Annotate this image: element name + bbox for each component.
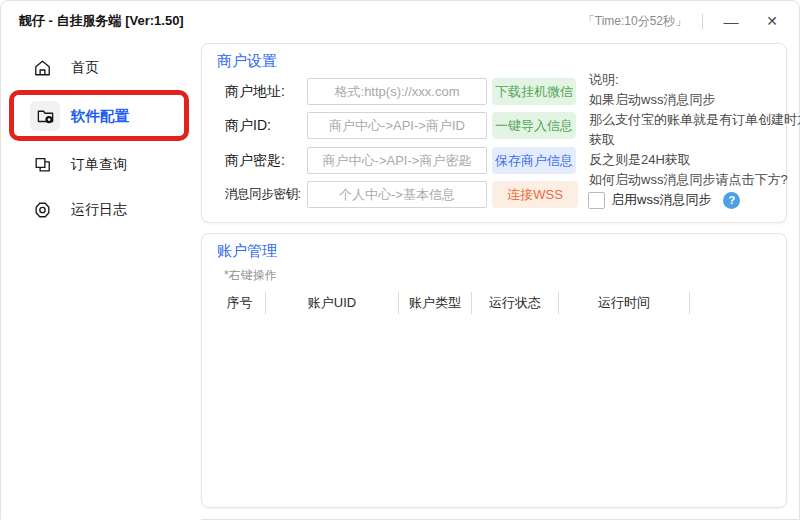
column-header-account-uid: 账户UID bbox=[266, 292, 399, 314]
right-click-hint: *右键操作 bbox=[224, 267, 277, 284]
column-header-run-time: 运行时间 bbox=[559, 292, 690, 314]
note-line: 说明: bbox=[589, 70, 785, 90]
note-line: 那么支付宝的账单就是有订单创建时才 bbox=[589, 110, 785, 130]
sidebar-item-label: 运行日志 bbox=[71, 201, 127, 219]
column-header-run-status: 运行状态 bbox=[472, 292, 559, 314]
download-hangup-wechat-button[interactable]: 下载挂机微信 bbox=[492, 78, 576, 105]
sidebar-item-label: 首页 bbox=[71, 59, 99, 77]
merchant-id-input[interactable] bbox=[307, 112, 487, 139]
close-button[interactable]: ✕ bbox=[759, 8, 785, 34]
app-window: 靓仔 - 自挂服务端 [Ver:1.50] 「Time:10分52秒」 — ✕ … bbox=[0, 0, 800, 520]
wss-instructions-note: 说明: 如果启动wss消息同步 那么支付宝的账单就是有订单创建时才 获取 反之则… bbox=[589, 70, 785, 190]
sidebar-item-home[interactable]: 首页 bbox=[1, 53, 201, 83]
hexagon-nut-icon bbox=[33, 201, 52, 220]
wss-sync-row: 启用wss消息同步 ? bbox=[588, 189, 740, 211]
column-header-empty bbox=[690, 292, 780, 314]
save-merchant-info-button[interactable]: 保存商户信息 bbox=[492, 147, 576, 174]
account-management-title: 账户管理 bbox=[217, 242, 277, 261]
connect-wss-button[interactable]: 连接WSS bbox=[492, 181, 578, 208]
merchant-key-input[interactable] bbox=[307, 147, 487, 174]
sidebar-item-label: 软件配置 bbox=[71, 106, 129, 125]
column-header-account-type: 账户类型 bbox=[399, 292, 472, 314]
sidebar-item-run-log[interactable]: 运行日志 bbox=[1, 195, 201, 225]
copy-squares-icon bbox=[33, 156, 52, 175]
folder-gear-icon bbox=[36, 106, 55, 125]
home-icon bbox=[33, 59, 52, 78]
red-highlight-annotation: 软件配置 bbox=[9, 90, 189, 141]
one-key-import-button[interactable]: 一键导入信息 bbox=[492, 112, 576, 139]
note-line: 反之则是24H获取 bbox=[589, 150, 785, 170]
merchant-address-label: 商户地址: bbox=[225, 78, 285, 105]
account-management-panel: 账户管理 *右键操作 序号 账户UID 账户类型 运行状态 运行时间 bbox=[201, 233, 787, 508]
sidebar-item-label: 订单查询 bbox=[71, 156, 127, 174]
runtime-timer: 「Time:10分52秒」 bbox=[583, 13, 687, 30]
message-sync-key-input[interactable] bbox=[307, 181, 487, 208]
note-line: 获取 bbox=[589, 130, 785, 150]
column-header-index: 序号 bbox=[214, 292, 266, 314]
window-title: 靓仔 - 自挂服务端 [Ver:1.50] bbox=[19, 1, 184, 41]
note-line: 如果启动wss消息同步 bbox=[589, 90, 785, 110]
merchant-settings-panel: 商户设置 商户地址: 下载挂机微信 商户ID: 一键导入信息 商户密匙: 保存商… bbox=[201, 43, 787, 223]
merchant-key-label: 商户密匙: bbox=[225, 147, 285, 174]
wss-sync-checkbox[interactable] bbox=[588, 192, 605, 209]
merchant-settings-title: 商户设置 bbox=[217, 52, 277, 71]
wss-sync-checkbox-label: 启用wss消息同步 bbox=[611, 191, 711, 209]
sidebar-item-order-query[interactable]: 订单查询 bbox=[1, 150, 201, 180]
sidebar: 首页 软件配置 bbox=[1, 41, 201, 520]
minimize-button[interactable]: — bbox=[718, 8, 744, 34]
help-icon[interactable]: ? bbox=[723, 192, 740, 209]
titlebar-divider bbox=[702, 14, 703, 29]
note-line: 如何启动wss消息同步请点击下方? bbox=[589, 170, 785, 190]
sidebar-item-software-config[interactable]: 软件配置 bbox=[14, 95, 184, 136]
title-bar: 靓仔 - 自挂服务端 [Ver:1.50] 「Time:10分52秒」 — ✕ bbox=[1, 1, 799, 41]
message-sync-key-label: 消息同步密钥: bbox=[225, 181, 301, 208]
accounts-table-header: 序号 账户UID 账户类型 运行状态 运行时间 bbox=[214, 292, 780, 316]
merchant-address-input[interactable] bbox=[307, 78, 487, 105]
merchant-id-label: 商户ID: bbox=[225, 112, 271, 139]
